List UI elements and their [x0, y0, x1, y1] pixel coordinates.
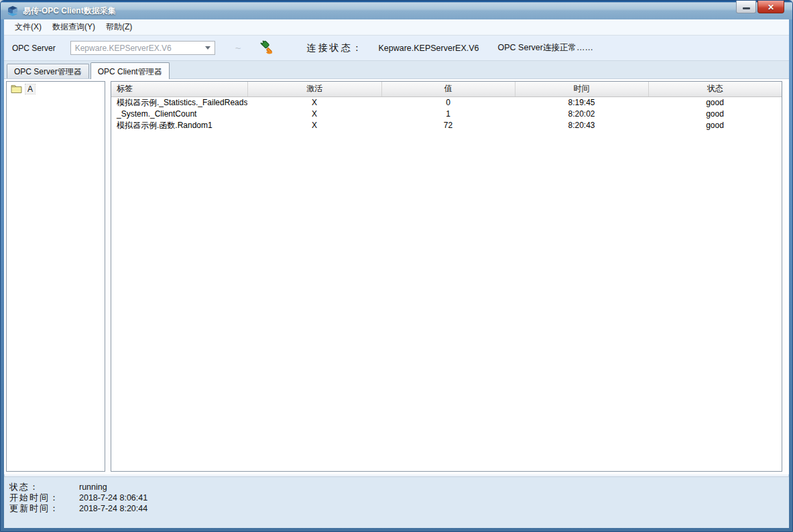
connected-server-name: Kepware.KEPServerEX.V6 [378, 44, 479, 53]
tab-opc-client-manager[interactable]: OPC Client管理器 [90, 62, 170, 79]
window-title: 易传-OPC Client数据采集 [23, 5, 116, 17]
tag-table-panel: 标签 激活 值 时间 状态 模拟器示例._Statistics._FailedR… [111, 81, 782, 472]
tree-item-group-a[interactable]: A [7, 82, 105, 95]
table-row[interactable]: _System._ClientCount X 1 8:20:02 good [111, 109, 782, 120]
status-row-state: 状态： running [9, 481, 789, 492]
close-button[interactable]: ✕ [757, 1, 784, 13]
status-state-value: running [79, 482, 107, 492]
group-tree-panel: A [6, 81, 105, 472]
menu-data-query[interactable]: 数据查询(Y) [47, 19, 101, 35]
cell-value: 1 [381, 109, 515, 120]
app-icon [7, 5, 19, 16]
window-controls: ✕ [736, 1, 784, 13]
column-header-status[interactable]: 状态 [648, 82, 782, 96]
cell-value: 72 [381, 120, 515, 131]
update-time-value: 2018-7-24 8:20:44 [79, 504, 147, 513]
menu-bar: 文件(X) 数据查询(Y) 帮助(Z) [4, 19, 789, 36]
combobox-dropdown-button[interactable] [201, 42, 215, 54]
status-row-start-time: 开始时间： 2018-7-24 8:06:41 [9, 492, 789, 503]
menu-help[interactable]: 帮助(Z) [101, 19, 137, 35]
table-row[interactable]: 模拟器示例._Statistics._FailedReads X 0 8:19:… [111, 96, 782, 109]
cell-active: X [247, 120, 381, 131]
cell-value: 0 [381, 96, 515, 109]
tab-strip: OPC Server管理器 OPC Client管理器 [4, 61, 789, 79]
client-area: 文件(X) 数据查询(Y) 帮助(Z) OPC Server Kepware.K… [4, 19, 789, 528]
opc-server-combobox[interactable]: Kepware.KEPServerEX.V6 [70, 41, 215, 55]
table-row[interactable]: 模拟器示例.函数.Random1 X 72 8:20:43 good [111, 120, 782, 131]
cell-active: X [247, 109, 381, 120]
table-header-row: 标签 激活 值 时间 状态 [111, 82, 782, 96]
opc-server-label: OPC Server [12, 44, 56, 53]
menu-file[interactable]: 文件(X) [9, 19, 47, 35]
cell-active: X [247, 96, 381, 109]
folder-icon [11, 84, 22, 94]
column-header-active[interactable]: 激活 [247, 82, 381, 96]
connection-status-message: OPC Server连接正常…… [498, 42, 593, 54]
status-panel: 状态： running 开始时间： 2018-7-24 8:06:41 更新时间… [4, 476, 789, 528]
cell-status: good [648, 120, 782, 131]
cell-tag: 模拟器示例.函数.Random1 [111, 120, 247, 131]
cell-tag: _System._ClientCount [111, 109, 247, 120]
cell-time: 8:19:45 [515, 96, 648, 109]
start-time-value: 2018-7-24 8:06:41 [79, 493, 147, 503]
update-time-label: 更新时间： [9, 503, 79, 515]
tilde-icon: ~ [235, 42, 241, 54]
cell-tag: 模拟器示例._Statistics._FailedReads [111, 96, 247, 109]
tab-opc-server-manager[interactable]: OPC Server管理器 [7, 64, 89, 78]
cell-time: 8:20:02 [515, 109, 648, 120]
app-window: 易传-OPC Client数据采集 ✕ 文件(X) 数据查询(Y) 帮助(Z) … [0, 0, 793, 532]
toolbar: OPC Server Kepware.KEPServerEX.V6 ~ 连接状态… [4, 36, 789, 61]
cell-time: 8:20:43 [515, 120, 648, 131]
cell-status: good [648, 96, 782, 109]
minimize-icon [743, 7, 750, 9]
cell-status: good [648, 109, 782, 120]
minimize-button[interactable] [736, 1, 756, 13]
status-row-update-time: 更新时间： 2018-7-24 8:20:44 [9, 503, 789, 513]
close-icon: ✕ [768, 3, 774, 11]
opc-server-combobox-value: Kepware.KEPServerEX.V6 [71, 44, 201, 53]
column-header-time[interactable]: 时间 [515, 82, 648, 96]
title-bar: 易传-OPC Client数据采集 ✕ [1, 1, 792, 19]
plug-icon [260, 40, 275, 56]
tag-table: 标签 激活 值 时间 状态 模拟器示例._Statistics._FailedR… [111, 82, 782, 131]
column-header-tag[interactable]: 标签 [111, 82, 247, 96]
tree-item-label: A [25, 84, 35, 94]
chevron-down-icon [205, 46, 210, 50]
column-header-value[interactable]: 值 [381, 82, 515, 96]
connection-status-label: 连接状态： [306, 42, 363, 54]
main-content: A 标签 激活 值 时间 状态 [4, 79, 789, 474]
connect-button[interactable] [259, 40, 276, 57]
